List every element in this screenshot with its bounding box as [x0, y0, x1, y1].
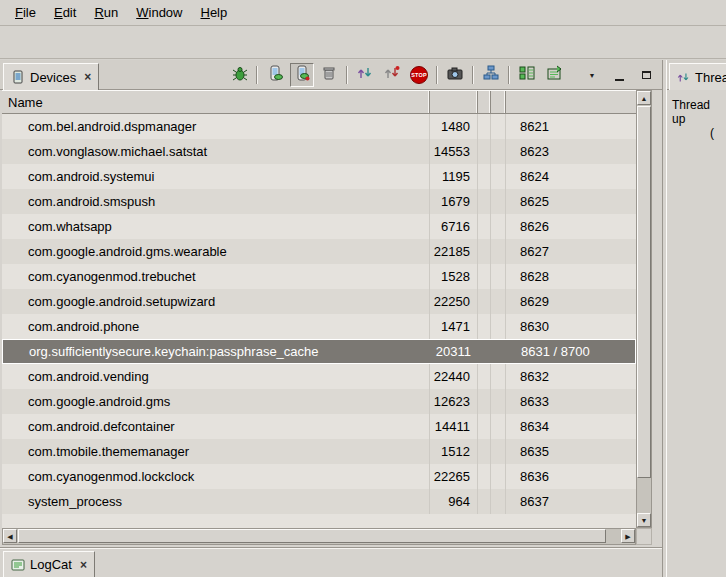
- process-name: com.google.android.setupwizard: [2, 289, 430, 314]
- dump-hprof-button[interactable]: [290, 63, 314, 87]
- table-row[interactable]: com.android.phone 1471 8630: [2, 314, 636, 339]
- dump-hprof-icon: [294, 65, 310, 85]
- debug-process-button[interactable]: [227, 63, 251, 87]
- process-port: 8635: [506, 439, 636, 464]
- devices-view: Devices ×: [0, 60, 663, 577]
- screen-capture-icon: [447, 65, 463, 85]
- table-row[interactable]: com.tmobile.thememanager 1512 8635: [2, 439, 636, 464]
- table-row[interactable]: com.android.systemui 1195 8624: [2, 164, 636, 189]
- device-icon: [11, 70, 25, 84]
- update-heap-button[interactable]: [263, 63, 287, 87]
- arrow-down-icon: ▼: [641, 517, 648, 524]
- threads-content: Thread up (: [667, 90, 726, 577]
- toolbar-separator: [346, 66, 348, 84]
- tab-logcat[interactable]: LogCat ×: [3, 551, 95, 577]
- threads-tabbar: Threads: [667, 60, 726, 90]
- cause-gc-button[interactable]: [317, 63, 341, 87]
- scroll-up-button[interactable]: ▲: [637, 91, 651, 105]
- table-row[interactable]: com.google.android.gms 12623 8633: [2, 389, 636, 414]
- table-row[interactable]: com.google.android.setupwizard 22250 862…: [2, 289, 636, 314]
- process-port: 8637: [506, 489, 636, 514]
- tab-threads-label: Threads: [695, 70, 726, 85]
- menu-run[interactable]: Run: [85, 2, 127, 23]
- column-header-blank-1[interactable]: [478, 91, 491, 113]
- table-row[interactable]: com.google.android.gms.wearable 22185 86…: [2, 239, 636, 264]
- menu-help[interactable]: Help: [191, 2, 236, 23]
- process-name: com.android.phone: [2, 314, 430, 339]
- table-row[interactable]: com.bel.android.dspmanager 1480 8621: [2, 114, 636, 139]
- process-pid: 964: [430, 489, 478, 514]
- devices-table-header: Name: [2, 90, 636, 114]
- process-pid: 1195: [430, 164, 478, 189]
- process-name: com.bel.android.dspmanager: [2, 114, 430, 139]
- start-method-profiling-button[interactable]: [380, 63, 404, 87]
- logcat-bar: LogCat ×: [0, 547, 662, 577]
- process-name: com.android.systemui: [2, 164, 430, 189]
- column-header-pid[interactable]: [430, 91, 478, 113]
- process-pid: 1471: [430, 314, 478, 339]
- dump-view-hierarchy-button[interactable]: [479, 63, 503, 87]
- table-row[interactable]: com.android.defcontainer 14411 8634: [2, 414, 636, 439]
- vertical-scrollbar[interactable]: ▲ ▼: [636, 90, 652, 528]
- table-row[interactable]: system_process 964 8637: [2, 489, 636, 514]
- process-port: 8630: [506, 314, 636, 339]
- process-pid: 20311: [431, 340, 479, 363]
- process-port: 8623: [506, 139, 636, 164]
- scroll-down-button[interactable]: ▼: [637, 513, 651, 527]
- devices-toolbar: STOP: [227, 63, 658, 87]
- column-header-name[interactable]: Name: [2, 91, 430, 113]
- stop-process-button[interactable]: STOP: [407, 63, 431, 87]
- maximize-icon: [642, 71, 651, 79]
- close-icon[interactable]: ×: [84, 70, 91, 84]
- process-name: com.android.vending: [2, 364, 430, 389]
- process-pid: 22185: [430, 239, 478, 264]
- process-pid: 14553: [430, 139, 478, 164]
- menu-file[interactable]: File: [6, 2, 45, 23]
- table-row[interactable]: com.vonglasow.michael.satstat 14553 8623: [2, 139, 636, 164]
- update-threads-button[interactable]: [353, 63, 377, 87]
- scroll-right-button[interactable]: ▶: [621, 529, 635, 543]
- capture-system-trace-button[interactable]: [542, 63, 566, 87]
- view-menu-button[interactable]: ▼: [580, 63, 604, 87]
- table-row[interactable]: com.cyanogenmod.lockclock 22265 8636: [2, 464, 636, 489]
- logcat-icon: [11, 558, 25, 572]
- process-name: com.vonglasow.michael.satstat: [2, 139, 430, 164]
- process-pid: 22250: [430, 289, 478, 314]
- cause-gc-icon: [321, 65, 337, 85]
- maximize-view-button[interactable]: [634, 63, 658, 87]
- system-info-icon: [519, 65, 535, 85]
- close-icon[interactable]: ×: [80, 558, 87, 572]
- process-port: 8628: [506, 264, 636, 289]
- process-name: com.whatsapp: [2, 214, 430, 239]
- column-header-blank-2[interactable]: [491, 91, 506, 113]
- tab-threads[interactable]: Threads: [669, 63, 726, 90]
- minimize-view-button[interactable]: [607, 63, 631, 87]
- process-name: org.sufficientlysecure.keychain:passphra…: [3, 340, 431, 363]
- tab-devices[interactable]: Devices ×: [3, 63, 99, 90]
- vertical-scrollbar-thumb[interactable]: [637, 106, 651, 478]
- table-row[interactable]: com.android.vending 22440 8632: [2, 364, 636, 389]
- horizontal-scrollbar-thumb[interactable]: [18, 529, 606, 543]
- process-port: 8625: [506, 189, 636, 214]
- process-port: 8629: [506, 289, 636, 314]
- process-pid: 12623: [430, 389, 478, 414]
- main-area: Devices ×: [0, 60, 726, 577]
- dump-view-hierarchy-icon: [483, 65, 499, 85]
- column-header-port[interactable]: [506, 91, 636, 113]
- start-method-profiling-icon: [384, 65, 400, 85]
- table-row[interactable]: com.whatsapp 6716 8626: [2, 214, 636, 239]
- horizontal-scrollbar[interactable]: ◀ ▶: [2, 528, 636, 545]
- system-info-button[interactable]: [515, 63, 539, 87]
- screen-capture-button[interactable]: [443, 63, 467, 87]
- process-pid: 22440: [430, 364, 478, 389]
- table-row-selected[interactable]: org.sufficientlysecure.keychain:passphra…: [2, 339, 636, 364]
- scroll-left-button[interactable]: ◀: [3, 529, 17, 543]
- menu-edit[interactable]: Edit: [45, 2, 85, 23]
- toolbar-separator: [436, 66, 438, 84]
- menu-window[interactable]: Window: [127, 2, 191, 23]
- process-pid: 6716: [430, 214, 478, 239]
- table-row[interactable]: com.android.smspush 1679 8625: [2, 189, 636, 214]
- threads-message-line2: (: [672, 126, 726, 140]
- process-port: 8634: [506, 414, 636, 439]
- table-row[interactable]: com.cyanogenmod.trebuchet 1528 8628: [2, 264, 636, 289]
